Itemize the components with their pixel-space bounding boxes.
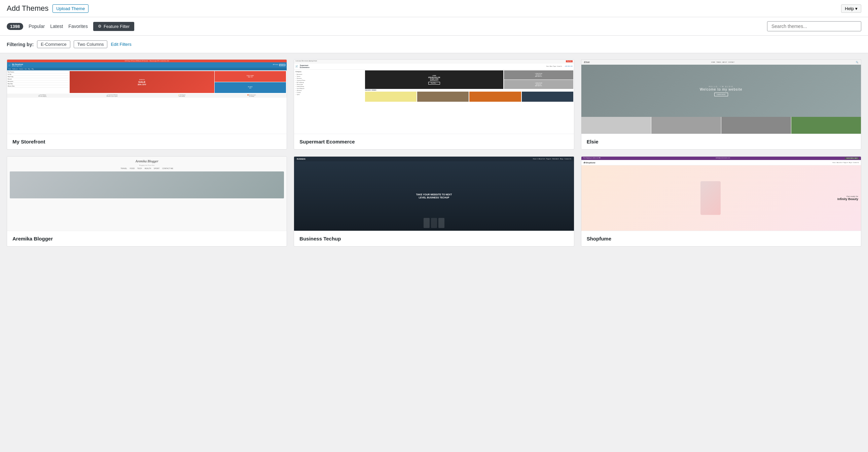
sf-footer: 🚲 Free ShipingFree fast shipping ⚓ Convi… bbox=[7, 94, 287, 98]
biz-nav: BUSINESS Home ▾ About Us ▾ Pages ▾ Sched… bbox=[294, 157, 574, 161]
elsie-hero: HELLO, I'M ELSIE Welcome to my website L… bbox=[581, 65, 861, 117]
sm-phone: +008 3852 499 bbox=[564, 66, 572, 67]
elsie-gallery-4 bbox=[791, 117, 861, 134]
sm-nav: Home About Pages Contact Us bbox=[546, 66, 562, 67]
theme-preview-beauty: Free shipping on orders over $80 sales@y… bbox=[581, 157, 861, 231]
beauty-hero-text: Get ready for Infinity Beauty bbox=[837, 195, 858, 201]
theme-name-supermart: Supermart Ecommerce bbox=[294, 134, 574, 149]
sm-hero-item1: LOREM IPSUMDOLOR SITAMET ADIPISC bbox=[504, 70, 573, 80]
sm-topbar: Lorem Ipsum Dolor sit amet, adipiscing e… bbox=[294, 60, 574, 63]
edit-filters-link[interactable]: Edit Filters bbox=[111, 42, 131, 47]
biz-hero: TAKE YOUR WEBSITE TO NEXTLEVEL BUSINESS … bbox=[294, 161, 574, 231]
beauty-nav: Home About Us ▾ Pages ▾ Blog ▾ Contact U… bbox=[833, 162, 859, 163]
blog-tagline: Blogging from Press Here bbox=[139, 164, 155, 166]
filter-tag-ecommerce: E-Commerce bbox=[37, 40, 70, 48]
theme-card-my-storefront[interactable]: 1474 Days 13 Hours 58 Minutes 50 Seconds… bbox=[7, 59, 287, 149]
sf-header: 🛒 My Storefront Add your tagline here Al… bbox=[7, 62, 287, 68]
elsie-gallery-2 bbox=[651, 117, 721, 134]
help-button[interactable]: Help ▾ bbox=[841, 4, 861, 13]
sm-body: Category ✓ Accessories ✓ Vaccum ✓ Electr… bbox=[294, 70, 574, 103]
tab-favorites[interactable]: Favorites bbox=[68, 24, 88, 29]
sm-recently-title: RECENTLY VIEWED bbox=[365, 90, 573, 91]
sm-sidebar: Category ✓ Accessories ✓ Vaccum ✓ Electr… bbox=[295, 70, 364, 102]
elsie-gallery bbox=[581, 117, 861, 134]
beauty-subscribe-btn: SUBSCRIBE & SAVE bbox=[845, 157, 859, 159]
sm-hero-big: LOREM IPSUM DOLOR SIT AMET CONSE ADIPISC… bbox=[365, 70, 503, 89]
elsie-hero-title: Welcome to my website bbox=[700, 88, 742, 91]
elsie-gallery-1 bbox=[581, 117, 651, 134]
sm-product-2 bbox=[417, 92, 469, 102]
sf-nav: HomeMy AccountCheckoutCartShopBlog bbox=[7, 68, 287, 70]
sf-sidebar: New Products On Sale Black Friday Discou… bbox=[8, 71, 69, 93]
beauty-hero: Get ready for Infinity Beauty bbox=[581, 165, 861, 231]
beauty-topbar-right: sales@yourstorename.com bbox=[716, 157, 730, 159]
elsie-gallery-3 bbox=[721, 117, 791, 134]
theme-count-badge: 1398 bbox=[7, 23, 23, 30]
filter-bar: Filtering by: E-Commerce Two Columns Edi… bbox=[0, 36, 868, 53]
page-title: Add Themes bbox=[7, 4, 49, 13]
feature-filter-button[interactable]: ⚙ Feature Filter bbox=[93, 22, 134, 31]
beauty-product-image bbox=[584, 181, 837, 215]
sm-main: LOREM IPSUM DOLOR SIT AMET CONSE ADIPISC… bbox=[365, 70, 573, 102]
sm-header: 🛒 SupermartEcommerce Home About Pages Co… bbox=[294, 63, 574, 70]
theme-card-business[interactable]: BUSINESS Home ▾ About Us ▾ Pages ▾ Sched… bbox=[294, 156, 574, 247]
filter-label: Filtering by: bbox=[7, 42, 34, 47]
elsie-nav: Elsie HOME TRAVEL ABOUT CONTACT 🔍 bbox=[581, 60, 861, 65]
theme-card-elsie[interactable]: Elsie HOME TRAVEL ABOUT CONTACT 🔍 HELLO,… bbox=[581, 59, 861, 149]
tab-popular[interactable]: Popular bbox=[29, 24, 45, 29]
sm-product-4 bbox=[522, 92, 573, 102]
biz-hero-text: TAKE YOUR WEBSITE TO NEXTLEVEL BUSINESS … bbox=[416, 193, 452, 199]
blog-featured-image bbox=[10, 171, 284, 198]
theme-name-blog: Aremika Blogger bbox=[7, 231, 287, 246]
sf-tagline: Add your tagline here bbox=[12, 65, 23, 67]
blog-nav: TRAVELFOODTECHHEALTHSPORTCONTACT ME bbox=[121, 167, 173, 169]
theme-card-supermart[interactable]: Lorem Ipsum Dolor sit amet, adipiscing e… bbox=[294, 59, 574, 149]
upload-theme-button[interactable]: Upload Theme bbox=[53, 4, 89, 13]
sm-product-3 bbox=[469, 92, 521, 102]
beauty-topbar: Free shipping on orders over $80 sales@y… bbox=[581, 157, 861, 160]
sm-products bbox=[365, 92, 573, 102]
sm-hero-small: LOREM IPSUMDOLOR SITAMET ADIPISC LOREM I… bbox=[504, 70, 573, 89]
biz-logo: BUSINESS bbox=[297, 158, 306, 160]
beauty-hero-title: Infinity Beauty bbox=[837, 197, 858, 201]
search-input[interactable] bbox=[767, 21, 861, 31]
theme-card-blog[interactable]: Aremika Blogger Blogging from Press Here… bbox=[7, 156, 287, 247]
biz-nav-items: Home ▾ About Us ▾ Pages ▾ Schedule ▾ Blo… bbox=[533, 158, 571, 160]
sf-search: All ProductsSearch... bbox=[273, 64, 285, 66]
sm-hero-item2: LOREM IPSUMDOLOR SITAMET ADIPISC bbox=[504, 80, 573, 89]
theme-preview-my-storefront: 1474 Days 13 Hours 58 Minutes 50 Seconds… bbox=[7, 60, 287, 134]
theme-preview-elsie: Elsie HOME TRAVEL ABOUT CONTACT 🔍 HELLO,… bbox=[581, 60, 861, 134]
elsie-logo: Elsie bbox=[584, 61, 590, 64]
theme-preview-blog: Aremika Blogger Blogging from Press Here… bbox=[7, 157, 287, 231]
theme-name-beauty: Shopfume bbox=[581, 231, 861, 246]
beauty-topbar-left: Free shipping on orders over $80 bbox=[583, 157, 601, 159]
search-icon: 🔍 bbox=[856, 61, 858, 63]
theme-preview-supermart: Lorem Ipsum Dolor sit amet, adipiscing e… bbox=[294, 60, 574, 134]
beauty-logo: ✿ Shopfume bbox=[583, 161, 595, 164]
theme-name-elsie: Elsie bbox=[581, 134, 861, 149]
sm-hero: LOREM IPSUM DOLOR SIT AMET CONSE ADIPISC… bbox=[365, 70, 573, 89]
theme-name-my-storefront: My Storefront bbox=[7, 134, 287, 149]
theme-preview-business: BUSINESS Home ▾ About Us ▾ Pages ▾ Sched… bbox=[294, 157, 574, 231]
elsie-nav-items: HOME TRAVEL ABOUT CONTACT bbox=[711, 61, 735, 63]
beauty-header: ✿ Shopfume Home About Us ▾ Pages ▾ Blog … bbox=[581, 160, 861, 165]
sm-recently: RECENTLY VIEWED bbox=[365, 90, 573, 102]
filter-tag-two-columns: Two Columns bbox=[74, 40, 108, 48]
elsie-learn-more-btn[interactable]: LEARN MORE bbox=[714, 93, 728, 96]
gear-icon: ⚙ bbox=[98, 24, 102, 29]
sm-product-1 bbox=[365, 92, 416, 102]
sf-body: New Products On Sale Black Friday Discou… bbox=[7, 70, 287, 94]
themes-grid: 1474 Days 13 Hours 58 Minutes 50 Seconds… bbox=[0, 56, 868, 253]
theme-card-beauty[interactable]: Free shipping on orders over $80 sales@y… bbox=[581, 156, 861, 247]
biz-people bbox=[424, 218, 444, 228]
tabs-bar: 1398 Popular Latest Favorites ⚙ Feature … bbox=[0, 17, 868, 36]
feature-filter-label: Feature Filter bbox=[104, 24, 129, 29]
blog-logo: Aremika Blogger bbox=[135, 159, 158, 163]
sf-topbar: 1474 Days 13 Hours 58 Minutes 50 Seconds… bbox=[7, 60, 287, 62]
sm-category-label: Category bbox=[295, 70, 364, 73]
page-header: Add Themes Upload Theme Help ▾ bbox=[0, 0, 868, 17]
tab-latest[interactable]: Latest bbox=[50, 24, 63, 29]
theme-name-business: Business Techup bbox=[294, 231, 574, 246]
help-label: Help bbox=[845, 6, 854, 11]
sm-logo: SupermartEcommerce bbox=[300, 64, 309, 68]
